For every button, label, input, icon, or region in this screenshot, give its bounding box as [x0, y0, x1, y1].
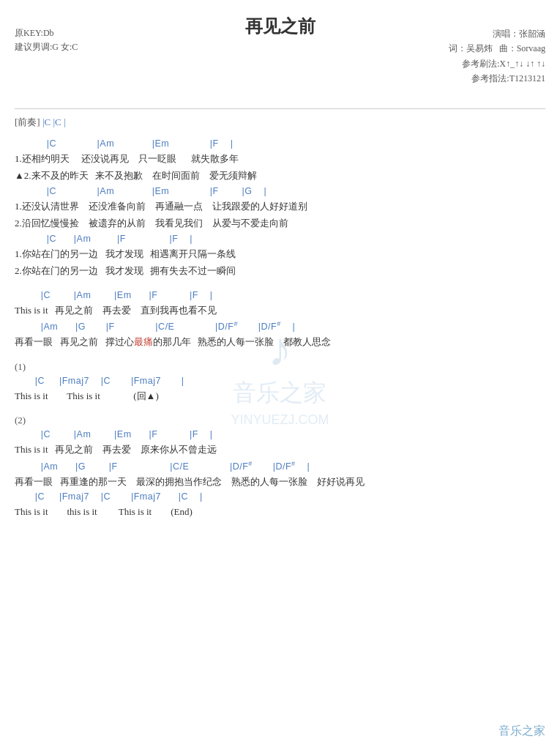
bridge1-lyric: This is it This is it (回▲) — [15, 389, 545, 404]
chorus-lyric2: 再看一眼 再见之前 撑过心最痛的那几年 熟悉的人每一张脸 都教人思念 — [15, 335, 545, 349]
prelude-chords: |C |C | — [42, 116, 66, 127]
meta-right: 演唱：张韶涵 词：吴易炜 曲：Sorvaag 参考刷法:X↑_↑↓ ↓↑ ↑↓ … — [449, 26, 545, 86]
bridge2-chord: |C |Fmaj7 |C |Fmaj7 |C | — [15, 491, 545, 502]
prelude-bracket: [前奏] — [15, 116, 42, 127]
chorus2-lyric1: This is it 再见之前 再去爱 原来你从不曾走远 — [15, 442, 545, 457]
paren1: (1) — [15, 361, 545, 373]
composer: Sorvaag — [517, 43, 545, 53]
lyrics-label: 词： — [449, 43, 466, 53]
singer: 张韶涵 — [519, 29, 545, 39]
lyric-composer-info: 词：吴易炜 曲：Sorvaag — [449, 41, 545, 56]
divider-top — [15, 108, 545, 109]
strum: X↑_↑↓ ↓↑ ↑↓ — [499, 59, 545, 69]
verse1-chord2: |C |Am |Em |F |G | — [15, 186, 545, 196]
meta-left: 原KEY:Db 建议男调:G 女:C — [15, 26, 78, 54]
chorus-chord2: |Am |G |F |C/E |D/F# |D/F# | — [15, 320, 545, 332]
chorus-lyric1: This is it 再见之前 再去爱 直到我再也看不见 — [15, 303, 545, 318]
finger: T1213121 — [509, 73, 545, 83]
verse1-lyric1: 1.还相约明天 还没说再见 只一眨眼 就失散多年 — [15, 152, 545, 166]
composer-label: 曲： — [499, 43, 517, 53]
bridge1-chord: |C |Fmaj7 |C |Fmaj7 | — [15, 376, 545, 386]
finger-label: 参考指法: — [471, 73, 509, 83]
verse1-chord3: |C |Am |F |F | — [15, 234, 545, 244]
finger-ref: 参考指法:T1213121 — [449, 71, 545, 86]
suggestion-info: 建议男调:G 女:C — [15, 40, 78, 54]
verse1-lyric5: 1.你站在门的另一边 我才发现 相遇离开只隔一条线 — [15, 247, 545, 261]
paren2: (2) — [15, 415, 545, 426]
chorus2-chord1: |C |Am |Em |F |F | — [15, 429, 545, 439]
verse1-lyric3: 1.还没认清世界 还没准备向前 再通融一点 让我跟爱的人好好道别 — [15, 199, 545, 214]
chorus2-chord2: |Am |G |F |C/E |D/F# |D/F# | — [15, 460, 545, 472]
strum-ref: 参考刷法:X↑_↑↓ ↓↑ ↑↓ — [449, 56, 545, 71]
prelude-text: [前奏] |C |C | — [15, 115, 545, 130]
prelude-block: [前奏] |C |C | — [15, 115, 545, 130]
bridge2-lyric: This is it this is it This is it (End) — [15, 505, 545, 519]
verse1-lyric4: 2.沿回忆慢慢捡 被遗弃的从前 我看见我们 从爱与不爱走向前 — [15, 216, 545, 231]
verse1-lyric6: 2.你站在门的另一边 我才发现 拥有失去不过一瞬间 — [15, 264, 545, 278]
chorus2-lyric2: 再看一眼 再重逢的那一天 最深的拥抱当作纪念 熟悉的人每一张脸 好好说再见 — [15, 475, 545, 489]
red-text: 最痛 — [134, 336, 153, 347]
chorus-chord1: |C |Am |Em |F |F | — [15, 290, 545, 300]
lyrics-author: 吴易炜 — [466, 43, 493, 53]
singer-label: 演唱： — [493, 29, 519, 39]
verse1-chord1: |C |Am |Em |F | — [15, 138, 545, 149]
key-info: 原KEY:Db — [15, 26, 78, 40]
singer-info: 演唱：张韶涵 — [449, 26, 545, 41]
verse1-lyric2: ▲2.来不及的昨天 来不及抱歉 在时间面前 爱无须辩解 — [15, 168, 545, 183]
bottom-logo: 音乐之家 — [499, 724, 545, 739]
strum-label: 参考刷法: — [462, 59, 499, 69]
page: 再见之前 原KEY:Db 建议男调:G 女:C 演唱：张韶涵 词：吴易炜 曲：S… — [0, 0, 560, 750]
